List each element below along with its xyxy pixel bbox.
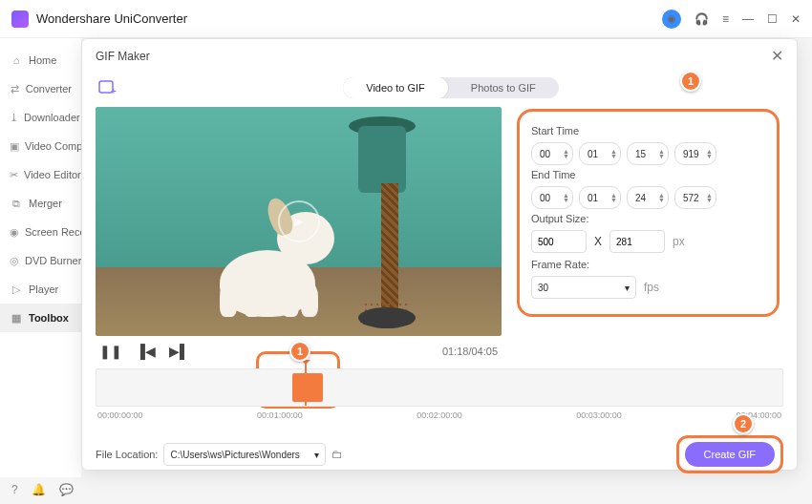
video-preview[interactable]: ▶ — [96, 107, 502, 336]
end-sec-stepper[interactable]: 24▲▼ — [627, 186, 669, 209]
start-time-label: Start Time — [531, 125, 765, 136]
output-height-input[interactable] — [609, 230, 665, 253]
create-gif-button[interactable]: Create GIF — [685, 442, 775, 467]
sidebar-item-label: Screen Recorder — [25, 226, 81, 238]
compress-icon: ▣ — [10, 139, 19, 153]
sidebar-item-dvd[interactable]: ◎DVD Burner — [0, 246, 81, 275]
frame-rate-label: Frame Rate: — [531, 259, 765, 270]
sidebar-item-label: Merger — [29, 198, 62, 209]
output-width-input[interactable] — [531, 230, 587, 253]
settings-highlight-box: Start Time 00▲▼ 01▲▼ 15▲▼ 919▲▼ End Time… — [517, 109, 780, 317]
record-icon: ◉ — [10, 225, 19, 239]
play-icon: ▷ — [10, 283, 23, 296]
convert-icon: ⇄ — [10, 82, 20, 95]
fps-select[interactable]: 30▾ — [531, 276, 636, 299]
pause-button[interactable]: ❚❚ — [99, 344, 122, 359]
playback-controls: ❚❚ ▐◀ ▶▌ 01:18/04:05 — [96, 336, 502, 367]
minimize-icon[interactable]: — — [742, 12, 754, 26]
x-separator: X — [594, 235, 602, 248]
next-frame-button[interactable]: ▶▌ — [169, 344, 189, 359]
sidebar-item-label: Video Compressor — [25, 140, 81, 152]
end-hour-stepper[interactable]: 00▲▼ — [531, 186, 573, 209]
timeline-track[interactable] — [96, 368, 783, 407]
merge-icon: ⧉ — [10, 197, 23, 210]
play-overlay-icon[interactable]: ▶ — [278, 200, 320, 242]
sidebar-item-player[interactable]: ▷Player — [0, 275, 81, 304]
panel-close-icon[interactable]: ✕ — [771, 47, 783, 65]
selected-clip[interactable] — [292, 373, 323, 402]
sidebar-item-merger[interactable]: ⧉Merger — [0, 189, 81, 218]
prev-frame-button[interactable]: ▐◀ — [136, 344, 156, 359]
file-location-label: File Location: — [96, 449, 158, 460]
close-icon[interactable]: ✕ — [791, 12, 801, 26]
chevron-down-icon: ▾ — [314, 450, 319, 460]
sidebar-item-label: Converter — [26, 83, 72, 94]
annotation-badge-2: 2 — [733, 413, 754, 434]
sidebar-item-recorder[interactable]: ◉Screen Recorder — [0, 218, 81, 246]
fps-unit: fps — [644, 281, 659, 294]
end-time-label: End Time — [531, 169, 765, 180]
browse-folder-icon[interactable]: 🗀 — [331, 448, 343, 461]
output-size-label: Output Size: — [531, 213, 765, 224]
playhead[interactable] — [305, 364, 307, 406]
add-file-icon[interactable]: + — [96, 76, 118, 99]
sidebar-item-editor[interactable]: ✂Video Editor — [0, 160, 81, 189]
bell-icon[interactable]: 🔔 — [32, 483, 46, 496]
sidebar-item-converter[interactable]: ⇄Converter — [0, 74, 81, 103]
annotation-badge-1: 1 — [680, 71, 701, 92]
sidebar-item-label: Home — [29, 54, 56, 66]
start-sec-stepper[interactable]: 15▲▼ — [627, 142, 669, 165]
feedback-icon[interactable]: 💬 — [59, 483, 74, 496]
download-icon: ⤓ — [10, 111, 18, 124]
sidebar-item-label: Player — [29, 284, 58, 295]
app-title: Wondershare UniConverter — [36, 11, 187, 26]
start-ms-stepper[interactable]: 919▲▼ — [674, 142, 716, 165]
end-ms-stepper[interactable]: 572▲▼ — [674, 186, 716, 209]
maximize-icon[interactable]: ☐ — [767, 12, 778, 26]
support-icon[interactable]: 🎧 — [694, 12, 709, 26]
sidebar-item-label: Video Editor — [24, 169, 81, 180]
mode-tabs: Video to GIF Photos to GIF — [343, 77, 558, 98]
avatar[interactable]: ◉ — [662, 10, 681, 29]
home-icon: ⌂ — [10, 53, 23, 67]
scissors-icon: ✂ — [10, 168, 18, 181]
panel-title: GIF Maker — [96, 50, 150, 63]
disc-icon: ◎ — [10, 254, 19, 267]
statusbar: ? 🔔 💬 — [11, 483, 74, 496]
time-ticks: 00:00:00:00 00:01:00:00 00:02:00:00 00:0… — [96, 407, 783, 424]
sidebar-item-toolbox[interactable]: ▦Toolbox — [0, 304, 81, 332]
start-hour-stepper[interactable]: 00▲▼ — [531, 142, 573, 165]
timeline[interactable]: 1 00:00:00:00 00:01:00:00 00:02:00:00 00… — [82, 367, 797, 426]
sidebar-item-home[interactable]: ⌂Home — [0, 46, 81, 74]
sidebar-item-downloader[interactable]: ⤓Downloader — [0, 103, 81, 132]
sidebar-item-compressor[interactable]: ▣Video Compressor — [0, 132, 81, 160]
px-label: px — [673, 235, 685, 248]
tab-photos-to-gif[interactable]: Photos to GIF — [448, 77, 559, 98]
file-location-select[interactable]: C:\Users\ws\Pictures\Wonders▾ — [163, 443, 326, 466]
tab-video-to-gif[interactable]: Video to GIF — [343, 77, 448, 98]
help-icon[interactable]: ? — [11, 483, 18, 496]
titlebar: Wondershare UniConverter ◉ 🎧 ≡ — ☐ ✕ — [0, 0, 812, 38]
svg-text:+: + — [111, 86, 117, 96]
grid-icon: ▦ — [10, 311, 23, 325]
start-min-stepper[interactable]: 01▲▼ — [579, 142, 621, 165]
sidebar-item-label: Toolbox — [29, 312, 69, 324]
end-min-stepper[interactable]: 01▲▼ — [579, 186, 621, 209]
app-logo — [11, 10, 29, 28]
time-display: 01:18/04:05 — [442, 346, 498, 357]
create-highlight-box: 2 Create GIF — [676, 435, 783, 473]
menu-icon[interactable]: ≡ — [722, 12, 729, 26]
sidebar-item-label: Downloader — [24, 112, 80, 123]
sidebar-item-label: DVD Burner — [25, 255, 81, 266]
gif-maker-panel: GIF Maker ✕ + Video to GIF Photos to GIF… — [81, 38, 798, 471]
chevron-down-icon: ▾ — [625, 283, 630, 293]
sidebar: ⌂Home ⇄Converter ⤓Downloader ▣Video Comp… — [0, 38, 81, 477]
